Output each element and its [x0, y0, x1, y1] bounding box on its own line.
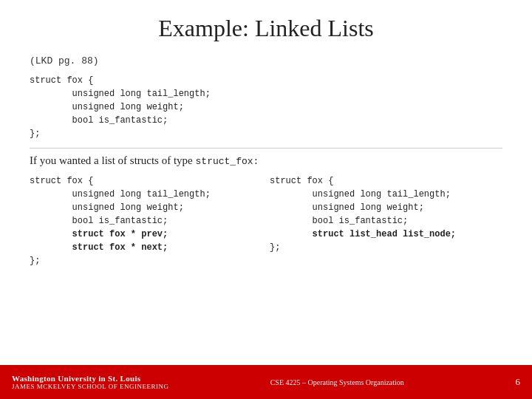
footer-page: 6 [505, 376, 520, 388]
col-right: struct fox { unsigned long tail_length; … [270, 174, 502, 275]
subtitle: (LKD pg. 88) [30, 55, 502, 66]
main-content: Example: Linked Lists (LKD pg. 88) struc… [0, 0, 532, 365]
divider [30, 148, 502, 149]
footer-center: CSE 4225 – Operating Systems Organizatio… [169, 378, 505, 386]
prose-text-prefix: If you wanted a list of structs of type [30, 154, 196, 166]
slide: Example: Linked Lists (LKD pg. 88) struc… [0, 0, 532, 399]
code-right-top: struct fox { unsigned long tail_length; … [270, 174, 502, 241]
code-right-closing-brace: }; [270, 241, 502, 254]
footer-logo-bottom: James McKelvey School of Engineering [12, 383, 169, 390]
prose-line: If you wanted a list of structs of type … [30, 154, 502, 167]
col-left: struct fox { unsigned long tail_length; … [30, 174, 262, 275]
code-left-top: struct fox { unsigned long tail_length; … [30, 174, 262, 254]
footer-logo: Washington University in St. Louis James… [12, 374, 169, 390]
footer: Washington University in St. Louis James… [0, 365, 532, 399]
two-col-section: struct fox { unsigned long tail_length; … [30, 174, 502, 275]
footer-logo-top: Washington University in St. Louis [12, 374, 169, 383]
prose-text-mono: struct_fox: [196, 156, 259, 167]
code-block-1: struct fox { unsigned long tail_length; … [30, 74, 502, 140]
code-left-end: }; [30, 254, 262, 267]
slide-title: Example: Linked Lists [30, 15, 502, 42]
